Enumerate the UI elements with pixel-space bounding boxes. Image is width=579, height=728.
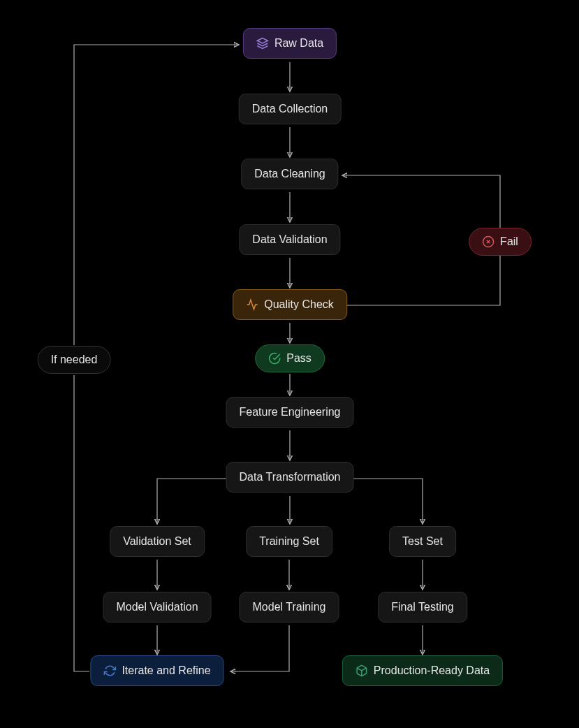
node-final-testing: Final Testing — [378, 592, 467, 623]
node-label: Data Transformation — [240, 471, 341, 483]
node-pass: Pass — [255, 344, 325, 372]
node-label: Test Set — [402, 535, 443, 548]
node-model-training: Model Training — [240, 592, 339, 623]
node-data-collection: Data Collection — [239, 94, 342, 124]
node-label: Data Collection — [252, 103, 328, 115]
node-label: Quality Check — [264, 298, 334, 311]
node-model-validation: Model Validation — [103, 592, 211, 623]
check-circle-icon — [268, 352, 281, 365]
node-label: Validation Set — [123, 535, 191, 548]
node-label: Training Set — [259, 535, 319, 548]
node-label: Production-Ready Data — [374, 664, 490, 677]
node-iterate-refine: Iterate and Refine — [90, 655, 223, 686]
node-label: Final Testing — [391, 601, 454, 613]
node-label: Data Cleaning — [254, 168, 325, 180]
node-label: Pass — [286, 352, 312, 365]
node-label: Feature Engineering — [240, 406, 341, 418]
node-data-cleaning: Data Cleaning — [241, 159, 338, 189]
node-data-transformation: Data Transformation — [226, 462, 354, 493]
node-raw-data: Raw Data — [243, 28, 337, 59]
svg-marker-13 — [257, 38, 267, 44]
node-data-validation: Data Validation — [239, 224, 340, 255]
node-production-ready: Production-Ready Data — [342, 655, 503, 686]
node-validation-set: Validation Set — [110, 526, 205, 557]
refresh-icon — [103, 664, 116, 677]
node-label: If needed — [51, 354, 98, 366]
node-training-set: Training Set — [246, 526, 332, 557]
node-label: Raw Data — [274, 37, 323, 50]
node-label: Model Training — [253, 601, 326, 613]
x-circle-icon — [482, 235, 494, 248]
node-label: Model Validation — [116, 601, 198, 613]
node-if-needed: If needed — [38, 346, 111, 374]
box-icon — [356, 664, 368, 677]
node-feature-engineering: Feature Engineering — [226, 397, 354, 428]
node-label: Data Validation — [252, 233, 327, 246]
node-quality-check: Quality Check — [233, 289, 347, 320]
node-label: Fail — [500, 235, 518, 248]
layers-icon — [256, 37, 269, 50]
node-fail: Fail — [469, 228, 532, 256]
activity-icon — [246, 298, 258, 311]
node-label: Iterate and Refine — [122, 664, 210, 677]
node-test-set: Test Set — [389, 526, 456, 557]
